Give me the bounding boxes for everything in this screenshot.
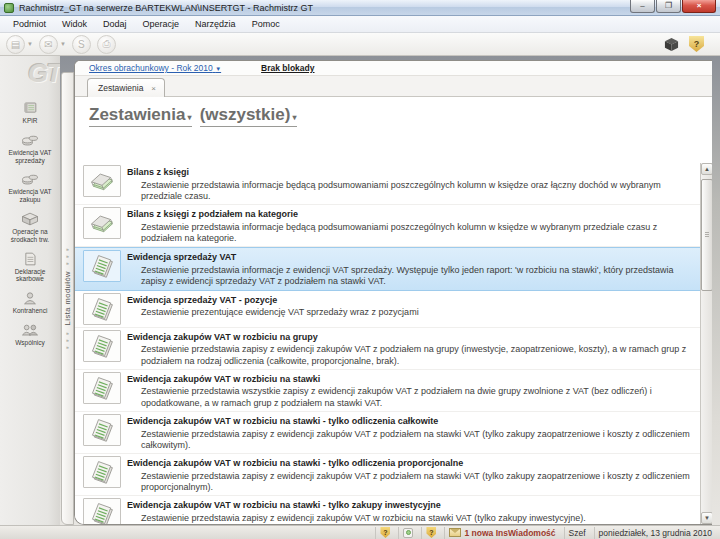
- tab-strip: Zestawienia ×: [75, 76, 712, 97]
- window-controls: – ❐ ×: [630, 0, 716, 13]
- open-envelope-button[interactable]: ✉ ▼: [39, 35, 66, 54]
- report-list-item[interactable]: SQL Ewidencja zakupów VAT w rozbiciu na …: [75, 496, 700, 524]
- module-strip[interactable]: »»» Lista modułów »»»: [61, 72, 74, 525]
- chevron-down-icon: ▾: [290, 113, 296, 122]
- title-bar: Rachmistrz_GT na serwerze BARTEKWLAN\INS…: [0, 0, 720, 16]
- module-icon: [20, 211, 40, 227]
- context-links-row: Okres obrachunkowy - Rok 2010 ▼ Brak blo…: [75, 61, 712, 76]
- shield-question-icon: ?: [380, 527, 390, 538]
- tab-label: Zestawienia: [98, 83, 143, 93]
- sidebar-item-label: Kontrahenci: [0, 307, 60, 315]
- menu-item[interactable]: Widok: [55, 17, 94, 31]
- help-shield-icon[interactable]: ?: [689, 36, 704, 52]
- report-list-item[interactable]: SQL Ewidencja zakupów VAT w rozbiciu na …: [75, 454, 700, 496]
- minimize-button[interactable]: –: [630, 0, 655, 13]
- report-list-item[interactable]: SQL Bilans z księgi z podziałem na kateg…: [75, 205, 700, 247]
- heading-main-dropdown[interactable]: Zestawienia ▾: [89, 105, 192, 127]
- lined-report-icon: [87, 375, 117, 401]
- status-bar: ? ? 1 nowa InsWiadomość Szef poniedziałe…: [0, 525, 720, 539]
- user-name: Szef: [569, 528, 586, 538]
- insert-s-icon: S: [72, 35, 91, 54]
- status-message-cell[interactable]: 1 nowa InsWiadomość: [444, 527, 559, 539]
- lined-report-icon: [87, 417, 117, 443]
- lined-report-icon: [87, 459, 117, 485]
- module-icon: [20, 290, 40, 306]
- inswiadomosc-message: 1 nowa InsWiadomość: [464, 528, 555, 538]
- report-description: Zestawienie przedstawia zapisy z ewidenc…: [127, 471, 696, 494]
- shield-question-icon: ?: [426, 527, 436, 538]
- report-title: Ewidencja sprzedaży VAT - pozycje: [127, 295, 277, 305]
- report-title: Ewidencja zakupów VAT w rozbiciu na staw…: [127, 458, 463, 468]
- chevron-down-icon[interactable]: ▼: [27, 41, 33, 47]
- sidebar-item[interactable]: KPiR: [0, 100, 60, 125]
- accounting-period-link[interactable]: Okres obrachunkowy - Rok 2010 ▼: [89, 63, 221, 73]
- report-list-item[interactable]: SQL Ewidencja zakupów VAT w rozbiciu na …: [75, 328, 700, 370]
- chevron-right-icon: »»»: [66, 330, 69, 351]
- module-icon: [20, 322, 40, 338]
- report-list-item[interactable]: SQL Ewidencja sprzedaży VAT - pozycje Ze…: [75, 291, 700, 328]
- report-description: Zestawienie prezentujące ewidencję VAT s…: [127, 307, 696, 318]
- heading-filter-dropdown[interactable]: (wszystkie) ▾: [200, 105, 297, 127]
- report-title: Ewidencja zakupów VAT w rozbiciu na staw…: [127, 374, 320, 384]
- report-list-item[interactable]: SQL Bilans z księgi Zestawienie przedsta…: [75, 163, 700, 205]
- module-icon: [20, 171, 40, 187]
- report-title: Ewidencja zakupów VAT w rozbiciu na grup…: [127, 332, 318, 342]
- menu-item[interactable]: Narzędzia: [188, 17, 243, 31]
- chevron-down-icon: ▾: [185, 113, 191, 122]
- envelope-icon: ✉: [39, 35, 58, 54]
- sidebar-item-label: KPiR: [0, 117, 60, 125]
- print-button[interactable]: ⎙: [97, 35, 116, 54]
- lined-report-icon: [87, 253, 117, 279]
- report-list-item[interactable]: SQL Ewidencja zakupów VAT w rozbiciu na …: [75, 370, 700, 412]
- report-icon-box: SQL: [83, 330, 121, 362]
- status-question-cell[interactable]: ?: [421, 527, 440, 539]
- insert-s-button[interactable]: S: [72, 35, 91, 54]
- report-list-item[interactable]: SQL Ewidencja sprzedaży VAT Zestawienie …: [75, 247, 700, 290]
- sidebar-item-label: Deklaracje skarbowe: [0, 268, 60, 284]
- scrollbar-thumb[interactable]: [701, 179, 712, 291]
- sidebar-item[interactable]: Ewidencja VAT sprzedaży: [0, 132, 60, 165]
- sidebar-item[interactable]: Deklaracje skarbowe: [0, 251, 60, 284]
- module-icon: [20, 132, 40, 148]
- sidebar-item[interactable]: Ewidencja VAT zakupu: [0, 171, 60, 204]
- sidebar-item[interactable]: Wspólnicy: [0, 322, 60, 347]
- sidebar-item[interactable]: Kontrahenci: [0, 290, 60, 315]
- status-connection-cell[interactable]: [398, 527, 417, 539]
- vertical-scrollbar[interactable]: ▲ ▼: [700, 163, 712, 524]
- tab-zestawienia[interactable]: Zestawienia ×: [87, 78, 165, 97]
- lined-report-icon: [87, 296, 117, 322]
- connection-status-icon: [403, 528, 413, 538]
- menu-item[interactable]: Operacje: [136, 17, 187, 31]
- lock-status-link[interactable]: Brak blokady: [261, 63, 314, 73]
- menu-item[interactable]: Podmiot: [6, 17, 53, 31]
- report-description: Zestawienie przedstawia zapisy z ewidenc…: [127, 344, 696, 367]
- report-icon-box: SQL: [83, 456, 121, 488]
- menu-item[interactable]: Pomoc: [245, 17, 287, 31]
- report-title: Bilans z księgi: [127, 167, 189, 177]
- report-description: Zestawienie przedstawia zapisy z ewidenc…: [127, 513, 696, 524]
- sidebar-item-label: Wspólnicy: [0, 339, 60, 347]
- page-heading: Zestawienia ▾ (wszystkie) ▾: [75, 97, 712, 131]
- report-icon-box: SQL: [83, 293, 121, 325]
- sidebar-item[interactable]: Operacje na środkach trw.: [0, 211, 60, 244]
- workspace: GT KPiR: [0, 56, 720, 539]
- report-description: Zestawienie przedstawia informacje będąc…: [127, 222, 696, 245]
- cube-icon[interactable]: [664, 37, 679, 52]
- menu-item[interactable]: Dodaj: [96, 17, 134, 31]
- status-help-cell[interactable]: ?: [375, 527, 394, 539]
- app-icon: [4, 3, 14, 13]
- chevron-down-icon: ▼: [215, 66, 221, 72]
- close-icon[interactable]: ×: [151, 84, 156, 93]
- report-title: Ewidencja zakupów VAT w rozbiciu na staw…: [127, 500, 441, 510]
- new-document-button[interactable]: ▤ ▼: [6, 35, 33, 54]
- chevron-down-icon[interactable]: ▼: [60, 41, 66, 47]
- module-dock: GT KPiR: [0, 56, 60, 539]
- report-description: Zestawienie przedstawia informacje z ewi…: [127, 265, 696, 288]
- scroll-up-arrow[interactable]: ▲: [701, 163, 712, 175]
- scroll-down-arrow[interactable]: ▼: [701, 512, 712, 524]
- gt-logo: GT: [28, 58, 60, 89]
- lined-report-icon: [87, 333, 117, 359]
- close-button[interactable]: ×: [682, 0, 716, 13]
- restore-button[interactable]: ❐: [656, 0, 681, 13]
- report-list-item[interactable]: SQL Ewidencja zakupów VAT w rozbiciu na …: [75, 412, 700, 454]
